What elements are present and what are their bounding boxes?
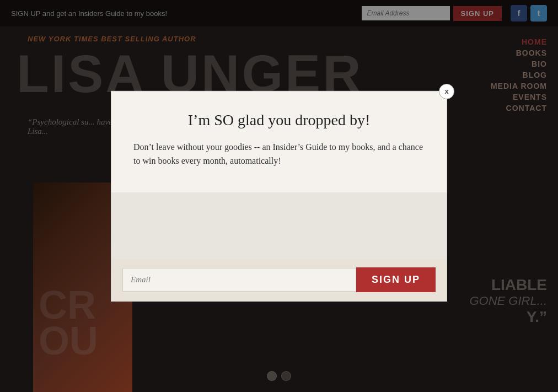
modal-spacer	[111, 192, 447, 259]
modal-email-input[interactable]	[122, 268, 356, 292]
modal-description: Don’t leave without your goodies -- an I…	[133, 139, 425, 168]
modal: x I’m SO glad you dropped by! Don’t leav…	[111, 90, 447, 301]
modal-title: I’m SO glad you dropped by!	[133, 111, 425, 128]
modal-body: I’m SO glad you dropped by! Don’t leave …	[111, 91, 447, 192]
modal-footer: SIGN UP	[111, 259, 447, 301]
modal-close-button[interactable]: x	[439, 83, 454, 99]
modal-signup-button[interactable]: SIGN UP	[356, 267, 436, 292]
